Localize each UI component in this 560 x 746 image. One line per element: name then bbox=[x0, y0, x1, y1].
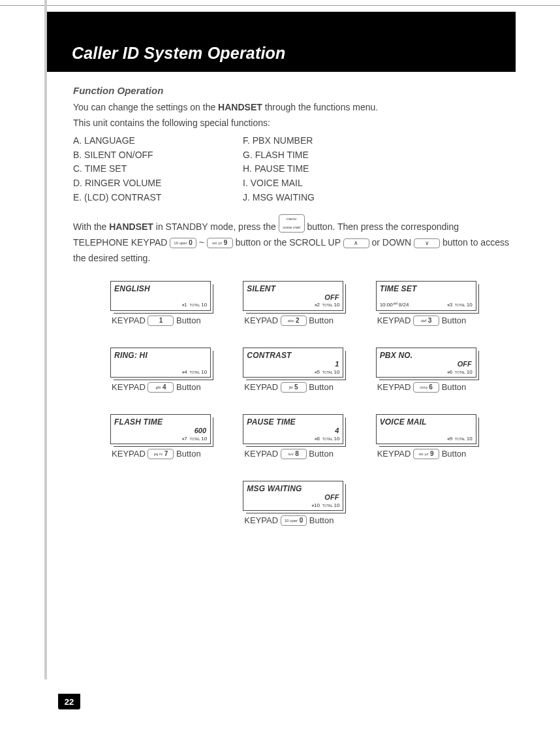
menu-voicemail-button-icon: menuvoice mail bbox=[279, 214, 305, 233]
lcd-caption: KEYPAD pq rs 7 Button bbox=[112, 448, 201, 460]
lcd-cell: CONTRAST1#5 TOTAL 10KEYPAD jkl 5 Button bbox=[243, 348, 375, 393]
lcd-cell: VOICE MAIL#9 TOTAL 10KEYPAD wx yz 9 Butt… bbox=[376, 414, 508, 460]
lcd-title: PBX NO. bbox=[380, 350, 413, 361]
caption-suffix: Button bbox=[174, 382, 200, 392]
keypad-button-icon: abc 2 bbox=[281, 316, 307, 326]
section-heading: Function Operation bbox=[73, 84, 510, 97]
caption-prefix: KEYPAD bbox=[112, 449, 148, 459]
func-item: E. (LCD) CONTRAST bbox=[73, 191, 243, 204]
func-item: I. VOICE MAIL bbox=[243, 177, 412, 190]
lcd-cell: FLASH TIME600#7 TOTAL 10KEYPAD pq rs 7 B… bbox=[110, 414, 243, 460]
instr-handset: HANDSET bbox=[109, 221, 153, 232]
top-divider bbox=[0, 5, 560, 6]
lcd-status: #5 TOTAL 10 bbox=[315, 368, 339, 376]
side-rule bbox=[44, 0, 47, 679]
lcd-display: PAUSE TIME4#8 TOTAL 10 bbox=[243, 414, 343, 444]
scroll-up-button-icon: ∧ bbox=[343, 238, 369, 248]
func-item: D. RINGER VOLUME bbox=[73, 177, 243, 190]
lcd-cell: MSG WAITINGOFF#10 TOTAL 10KEYPAD 10 oper… bbox=[243, 481, 375, 527]
lcd-status: #2 TOTAL 10 bbox=[315, 301, 339, 308]
lcd-cell: PBX NO.OFF#6 TOTAL 10KEYPAD mno 6 Button bbox=[376, 348, 508, 393]
caption-suffix: Button bbox=[307, 515, 334, 525]
functions-left-col: A. LANGUAGE B. SILENT ON/OFF C. TIME SET… bbox=[73, 133, 243, 205]
kp-last-big: 9 bbox=[224, 239, 228, 246]
kp-last-small: wx yz bbox=[212, 241, 222, 245]
caption-suffix: Button bbox=[174, 316, 200, 325]
lcd-display: TIME SET10:00ᴬᴹ 8/24#3 TOTAL 10 bbox=[376, 281, 476, 311]
lcd-display: ENGLISH#1 TOTAL 10 bbox=[110, 281, 211, 311]
func-item: J. MSG WAITING bbox=[243, 191, 412, 204]
func-item: A. LANGUAGE bbox=[73, 135, 243, 148]
caption-prefix: KEYPAD bbox=[112, 382, 148, 392]
lcd-display: FLASH TIME600#7 TOTAL 10 bbox=[110, 414, 211, 444]
lcd-cell: RING: HI#4 TOTAL 10KEYPAD ghi 4 Button bbox=[110, 348, 243, 393]
lcd-caption: KEYPAD ghi 4 Button bbox=[112, 381, 201, 393]
instr-t4: button or the SCROLL UP bbox=[236, 237, 343, 248]
intro-line-2: This unit contains the following special… bbox=[73, 117, 510, 130]
caption-suffix: Button bbox=[307, 316, 334, 325]
instr-t1: With the bbox=[73, 221, 109, 232]
instr-tilde: ~ bbox=[199, 237, 207, 248]
lcd-status: #6 TOTAL 10 bbox=[447, 368, 472, 376]
manual-page: Caller ID System Operation Function Oper… bbox=[0, 0, 560, 746]
lcd-caption: KEYPAD tuv 8 Button bbox=[244, 448, 334, 460]
keypad-button-icon: pq rs 7 bbox=[148, 449, 174, 459]
keypad-button-icon: jkl 5 bbox=[281, 382, 307, 393]
lcd-cell: PAUSE TIME4#8 TOTAL 10KEYPAD tuv 8 Butto… bbox=[243, 414, 375, 460]
caption-prefix: KEYPAD bbox=[244, 316, 280, 325]
caption-suffix: Button bbox=[439, 316, 466, 325]
lcd-grid: ENGLISH#1 TOTAL 10KEYPAD 1 ButtonSILENTO… bbox=[73, 281, 510, 527]
caption-prefix: KEYPAD bbox=[244, 382, 280, 392]
lcd-caption: KEYPAD abc 2 Button bbox=[244, 315, 334, 327]
lcd-caption: KEYPAD jkl 5 Button bbox=[244, 381, 334, 393]
lcd-display: SILENTOFF#2 TOTAL 10 bbox=[243, 281, 343, 311]
menu-btn-top: menu bbox=[287, 217, 296, 221]
keypad-button-icon: 1 bbox=[148, 316, 174, 326]
lcd-display: PBX NO.OFF#6 TOTAL 10 bbox=[376, 348, 476, 378]
instructions: With the HANDSET in STANDBY mode, press … bbox=[73, 214, 510, 266]
caption-prefix: KEYPAD bbox=[377, 449, 413, 459]
lcd-status: #7 TOTAL 10 bbox=[182, 435, 207, 442]
caption-suffix: Button bbox=[307, 449, 334, 459]
lcd-display: CONTRAST1#5 TOTAL 10 bbox=[243, 348, 343, 378]
lcd-display: MSG WAITINGOFF#10 TOTAL 10 bbox=[243, 481, 343, 511]
page-body: Function Operation You can change the se… bbox=[73, 84, 510, 527]
intro1-bold: HANDSET bbox=[218, 102, 262, 112]
lcd-caption: KEYPAD 1 Button bbox=[112, 315, 201, 327]
kp-first-small: 10 oper bbox=[174, 241, 187, 245]
page-number-tab: 22 bbox=[58, 694, 80, 709]
lcd-cell: SILENTOFF#2 TOTAL 10KEYPAD abc 2 Button bbox=[243, 281, 375, 327]
functions-list: A. LANGUAGE B. SILENT ON/OFF C. TIME SET… bbox=[73, 133, 510, 205]
lcd-extra: 10:00ᴬᴹ 8/24 bbox=[380, 301, 409, 308]
functions-right-col: F. PBX NUMBER G. FLASH TIME H. PAUSE TIM… bbox=[243, 133, 412, 205]
lcd-caption: KEYPAD 10 oper 0 Button bbox=[244, 515, 334, 527]
instr-t5: or DOWN bbox=[372, 237, 414, 248]
lcd-status: #8 TOTAL 10 bbox=[315, 435, 339, 442]
caption-suffix: Button bbox=[439, 382, 466, 392]
kp-first-big: 0 bbox=[189, 239, 193, 246]
lcd-cell: ENGLISH#1 TOTAL 10KEYPAD 1 Button bbox=[110, 281, 243, 327]
keypad-button-icon: ghi 4 bbox=[148, 382, 174, 393]
lcd-title: FLASH TIME bbox=[114, 417, 163, 428]
banner-title: Caller ID System Operation bbox=[72, 44, 286, 63]
lcd-status: #10 TOTAL 10 bbox=[312, 502, 340, 509]
keypad-button-icon: wx yz 9 bbox=[413, 449, 439, 459]
lcd-status: #3 TOTAL 10 bbox=[447, 301, 472, 308]
lcd-title: MSG WAITING bbox=[247, 483, 302, 495]
func-item: B. SILENT ON/OFF bbox=[73, 149, 243, 162]
func-item: H. PAUSE TIME bbox=[243, 163, 412, 176]
keypad-button-icon: 10 oper 0 bbox=[281, 515, 307, 526]
intro-line-1: You can change the settings on the HANDS… bbox=[73, 101, 510, 114]
up-arrow-icon: ∧ bbox=[354, 240, 358, 246]
lcd-title: VOICE MAIL bbox=[380, 417, 427, 428]
lcd-display: VOICE MAIL#9 TOTAL 10 bbox=[376, 414, 476, 444]
func-item: F. PBX NUMBER bbox=[243, 135, 412, 148]
lcd-caption: KEYPAD wx yz 9 Button bbox=[377, 448, 467, 460]
lcd-title: CONTRAST bbox=[247, 350, 291, 361]
lcd-title: RING: HI bbox=[114, 350, 148, 361]
caption-prefix: KEYPAD bbox=[244, 449, 280, 459]
lcd-status: #1 TOTAL 10 bbox=[182, 301, 207, 308]
scroll-down-button-icon: ∨ bbox=[414, 238, 440, 248]
lcd-caption: KEYPAD mno 6 Button bbox=[377, 381, 467, 393]
caption-suffix: Button bbox=[174, 449, 200, 459]
